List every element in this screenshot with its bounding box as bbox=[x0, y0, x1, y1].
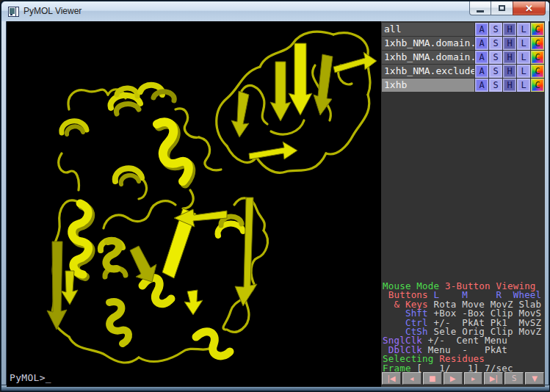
scene-mode-button[interactable]: S bbox=[504, 372, 524, 385]
object-name[interactable]: 1xhb_NMA.domain. bbox=[382, 51, 474, 64]
step-forward-button[interactable]: ▸ bbox=[464, 372, 483, 385]
object-row: 1xhbASHLC bbox=[382, 79, 544, 92]
protein-ribbon-rendering bbox=[7, 21, 381, 387]
s-menu-button[interactable]: S bbox=[489, 51, 502, 64]
maximize-button[interactable] bbox=[491, 1, 513, 15]
s-menu-button[interactable]: S bbox=[489, 23, 502, 36]
l-menu-button[interactable]: L bbox=[517, 37, 530, 50]
s-menu-button[interactable]: S bbox=[489, 79, 502, 92]
h-menu-button[interactable]: H bbox=[503, 23, 516, 36]
a-menu-button[interactable]: A bbox=[475, 65, 488, 78]
object-row: 1xhb_NMA.excludeASHLC bbox=[382, 65, 544, 78]
mouse-mode-panel: Mouse Mode 3-Button Viewing Buttons L M … bbox=[383, 282, 544, 373]
stop-button[interactable]: ■ bbox=[423, 372, 442, 385]
skip-to-start-button[interactable]: |◀ bbox=[382, 372, 401, 385]
object-name[interactable]: 1xhb bbox=[382, 79, 474, 92]
object-name[interactable]: 1xhb_NMA.domain. bbox=[382, 37, 474, 50]
window-title: PyMOL Viewer bbox=[23, 6, 82, 16]
c-menu-button[interactable]: C bbox=[531, 79, 544, 92]
c-menu-button[interactable]: C bbox=[531, 23, 544, 36]
minimize-icon bbox=[477, 10, 484, 12]
command-prompt[interactable]: PyMOL>_ bbox=[10, 372, 51, 383]
c-menu-button[interactable]: C bbox=[531, 65, 544, 78]
c-menu-button[interactable]: C bbox=[531, 37, 544, 50]
pymol-window: PyMOL Viewer ✕ bbox=[0, 0, 550, 392]
client-area: PyMOL>_ allASHLC1xhb_NMA.domain.ASHLC1xh… bbox=[7, 21, 545, 387]
movie-transport-controls: |◀◂■▶▸▶|S▼ bbox=[382, 372, 544, 385]
object-name[interactable]: 1xhb_NMA.exclude bbox=[382, 65, 474, 78]
title-bar[interactable]: PyMOL Viewer ✕ bbox=[1, 1, 550, 21]
object-list: allASHLC1xhb_NMA.domain.ASHLC1xhb_NMA.do… bbox=[382, 23, 544, 92]
h-menu-button[interactable]: H bbox=[503, 37, 516, 50]
s-menu-button[interactable]: S bbox=[489, 65, 502, 78]
object-row: allASHLC bbox=[382, 23, 544, 36]
h-menu-button[interactable]: H bbox=[503, 51, 516, 64]
app-icon bbox=[8, 7, 19, 17]
internal-gui-panel: allASHLC1xhb_NMA.domain.ASHLC1xhb_NMA.do… bbox=[381, 21, 545, 387]
l-menu-button[interactable]: L bbox=[517, 51, 530, 64]
minimize-button[interactable] bbox=[469, 1, 491, 15]
window-border-left bbox=[1, 21, 7, 387]
s-menu-button[interactable]: S bbox=[489, 37, 502, 50]
object-name[interactable]: all bbox=[382, 23, 474, 36]
h-menu-button[interactable]: H bbox=[503, 79, 516, 92]
gl-viewport[interactable]: PyMOL>_ bbox=[7, 21, 381, 387]
c-menu-button[interactable]: C bbox=[531, 51, 544, 64]
l-menu-button[interactable]: L bbox=[517, 65, 530, 78]
skip-to-end-button[interactable]: ▶| bbox=[484, 372, 503, 385]
step-back-button[interactable]: ◂ bbox=[402, 372, 421, 385]
l-menu-button[interactable]: L bbox=[517, 23, 530, 36]
menu-down-button[interactable]: ▼ bbox=[525, 372, 544, 385]
a-menu-button[interactable]: A bbox=[475, 23, 488, 36]
object-row: 1xhb_NMA.domain.ASHLC bbox=[382, 37, 544, 50]
l-menu-button[interactable]: L bbox=[517, 79, 530, 92]
h-menu-button[interactable]: H bbox=[503, 65, 516, 78]
a-menu-button[interactable]: A bbox=[475, 51, 488, 64]
play-button[interactable]: ▶ bbox=[444, 372, 463, 385]
close-button[interactable]: ✕ bbox=[513, 1, 546, 15]
maximize-icon bbox=[499, 5, 505, 11]
close-icon: ✕ bbox=[525, 3, 533, 14]
a-menu-button[interactable]: A bbox=[475, 37, 488, 50]
object-row: 1xhb_NMA.domain.ASHLC bbox=[382, 51, 544, 64]
a-menu-button[interactable]: A bbox=[475, 79, 488, 92]
